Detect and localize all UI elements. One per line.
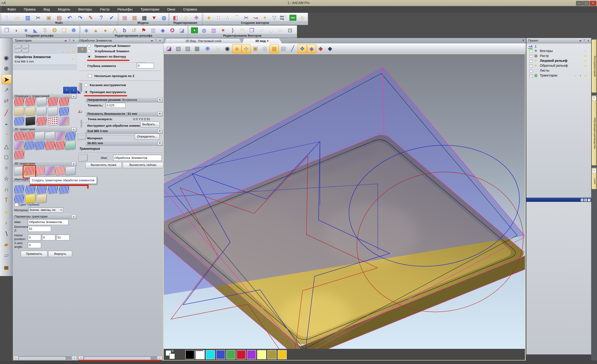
tool-icon-3-1-0[interactable] bbox=[14, 194, 24, 203]
title-bar[interactable]: ⌁A 1 - ArtCAM Pro — ▢ ✕ bbox=[0, 0, 597, 6]
section-3[interactable]: 3D траектории▲ bbox=[13, 161, 77, 166]
palette-swatch-2[interactable] bbox=[206, 350, 215, 359]
tree-item-0[interactable]: +❖Векторы○ bbox=[526, 49, 592, 53]
measure-tape-icon[interactable]: ◔ bbox=[2, 129, 11, 139]
arc-tool-icon[interactable]: ∩ bbox=[2, 185, 11, 194]
tool-icon-0-1-0[interactable] bbox=[14, 107, 24, 116]
droplet-smooth-icon[interactable]: ● bbox=[2, 207, 11, 217]
pin-flag-icon[interactable]: ⚑ bbox=[139, 26, 148, 34]
tool-select-button[interactable]: Выбрать... bbox=[140, 122, 159, 128]
pan-globe-icon[interactable]: ⊕ bbox=[2, 64, 11, 73]
arc-fit-icon[interactable]: ⟩ bbox=[228, 26, 237, 34]
tool-icon-1-0-0[interactable] bbox=[14, 131, 24, 141]
radio-raised-feature[interactable] bbox=[87, 44, 91, 47]
tool-icon-1-0-2[interactable] bbox=[35, 131, 45, 141]
polyline-tool-icon[interactable]: △ bbox=[2, 142, 11, 151]
petal-icon[interactable]: ◗ bbox=[12, 26, 21, 34]
curve-edit-icon[interactable]: ↝ bbox=[251, 14, 260, 22]
bell-outline-icon[interactable]: ◠ bbox=[238, 26, 247, 34]
pane-close-icon[interactable]: ✕ bbox=[588, 198, 591, 202]
draw-relief-icon[interactable]: ▦ bbox=[270, 44, 279, 53]
bulb-on-icon[interactable]: ● bbox=[585, 54, 587, 58]
3d-viewport[interactable] bbox=[164, 54, 525, 349]
radio-touch-label[interactable]: Касание инструментом bbox=[90, 83, 126, 87]
text-tool-icon[interactable]: T bbox=[2, 195, 11, 205]
vector-vase-icon[interactable]: ◍ bbox=[200, 26, 208, 34]
tool-icon-1-0-5[interactable] bbox=[65, 131, 75, 141]
toolbar-grip[interactable] bbox=[0, 27, 1, 34]
help-book-icon[interactable]: ? bbox=[97, 14, 106, 22]
lp-scroll-right[interactable]: › bbox=[72, 356, 77, 361]
shape-subtract-icon[interactable]: ▱ bbox=[257, 26, 266, 34]
bitmap-shapes-icon[interactable]: ◧ bbox=[171, 14, 180, 22]
pin-icon[interactable]: ⊤ bbox=[155, 39, 157, 42]
bulb-on-icon[interactable]: ● bbox=[585, 74, 587, 77]
rectangle-tool-icon[interactable]: □ bbox=[2, 152, 11, 162]
tool-icon-2-0-2[interactable] bbox=[35, 166, 45, 175]
cut-direction-dropdown[interactable]: Направление резания: Встречное▼ bbox=[86, 97, 163, 103]
bulb-off-icon[interactable]: ○ bbox=[574, 74, 576, 77]
zoom-view-icon[interactable]: ⊕ bbox=[203, 44, 212, 53]
open-icon[interactable]: ▱ bbox=[13, 14, 22, 22]
draw-vectors-icon[interactable]: ❖ bbox=[298, 44, 307, 53]
radio-raised-label[interactable]: Приподнятый Элемент bbox=[94, 44, 131, 47]
tool-icon-0-0-2[interactable] bbox=[37, 97, 47, 106]
palette-swatch-9[interactable] bbox=[277, 350, 287, 359]
maximize-button[interactable]: ▢ bbox=[583, 1, 589, 6]
close-panel-icon[interactable]: ✕ bbox=[587, 39, 589, 42]
tree-item-1[interactable]: +▩Растр● bbox=[526, 54, 592, 58]
home-y-input[interactable] bbox=[42, 235, 55, 240]
side-tab-0[interactable]: Инструментарий bbox=[592, 40, 597, 93]
calculate-now-button[interactable]: Вычислить сейчас bbox=[123, 162, 163, 168]
flood-fill-icon[interactable]: ◒ bbox=[2, 119, 11, 128]
lp-scroll-thumb[interactable] bbox=[19, 356, 66, 360]
tool-icon-0-2-4[interactable] bbox=[59, 116, 69, 126]
text-abc-icon[interactable]: ABC bbox=[289, 14, 297, 22]
home-z-input[interactable] bbox=[56, 235, 70, 240]
minimize-button[interactable]: — bbox=[576, 1, 582, 6]
depth-color-checkbox[interactable] bbox=[15, 203, 18, 206]
plane-icon[interactable]: ◆ bbox=[82, 26, 91, 34]
secondary-color-swatch[interactable] bbox=[169, 354, 175, 359]
help-book-icon[interactable]: ▰ bbox=[579, 39, 581, 42]
close-panel-icon[interactable]: ✕ bbox=[72, 39, 75, 42]
wave-star-icon[interactable]: ✴ bbox=[219, 26, 228, 34]
expand-icon[interactable]: + bbox=[530, 50, 533, 53]
expand-icon[interactable]: + bbox=[530, 64, 533, 67]
collapse-icon[interactable]: ▲ bbox=[71, 127, 76, 132]
draw-block-icon[interactable]: ▣ bbox=[251, 44, 260, 53]
vector-outline-icon[interactable]: ◇ bbox=[298, 14, 307, 22]
shape-editor-icon[interactable]: ❐ bbox=[2, 26, 11, 34]
menu-0[interactable]: Файл bbox=[3, 6, 20, 12]
tool-icon-3-1-2[interactable] bbox=[37, 194, 47, 203]
distort-cage-icon[interactable]: ▥ bbox=[149, 26, 158, 34]
relief-layers-icon[interactable]: ❏ bbox=[60, 26, 69, 34]
cut-icon[interactable]: ✂ bbox=[34, 14, 43, 22]
palette-swatch-5[interactable] bbox=[236, 350, 246, 359]
tool-icon-1-1-5[interactable] bbox=[65, 141, 75, 150]
new-model-icon[interactable]: ▯ bbox=[2, 14, 11, 22]
chisel-tool-icon[interactable]: ▰ bbox=[2, 240, 11, 249]
expand-icon[interactable]: + bbox=[530, 69, 533, 72]
vector-trim-icon[interactable]: ✂ bbox=[242, 14, 251, 22]
tool-icon-1-0-1[interactable] bbox=[24, 131, 34, 141]
material-dropdown[interactable]: Значен. имитац. по умолч.▼ bbox=[28, 207, 63, 213]
palette-swatch-0[interactable] bbox=[185, 350, 195, 359]
tool-icon-1-1-3[interactable] bbox=[45, 141, 55, 150]
project-splitter-bar[interactable]: ▤ ▥ ✕ bbox=[526, 198, 592, 202]
vector-wizard-icon[interactable]: ★ bbox=[204, 14, 213, 22]
expand-icon[interactable]: + bbox=[530, 60, 533, 63]
radio-tool-projection[interactable] bbox=[84, 90, 88, 94]
tool-icon-1-1-4[interactable] bbox=[55, 141, 65, 150]
radio-tool-touch[interactable] bbox=[84, 83, 88, 87]
help-book-icon[interactable]: ▰ bbox=[65, 39, 67, 42]
tool-icon-1-0-4[interactable] bbox=[55, 131, 65, 141]
expand-icon[interactable]: + bbox=[530, 55, 533, 58]
palette-swatch-3[interactable] bbox=[216, 350, 225, 359]
envelope-icon[interactable]: ▽ bbox=[270, 14, 279, 22]
draw-gray-block-icon[interactable]: ▧ bbox=[279, 44, 288, 53]
calligraphy-pen-icon[interactable]: ∖ bbox=[2, 229, 11, 238]
collapse-icon[interactable]: ▲ bbox=[71, 162, 76, 166]
lp-scroll-track[interactable] bbox=[18, 356, 71, 360]
tool-icon-0-1-2[interactable] bbox=[37, 107, 47, 116]
